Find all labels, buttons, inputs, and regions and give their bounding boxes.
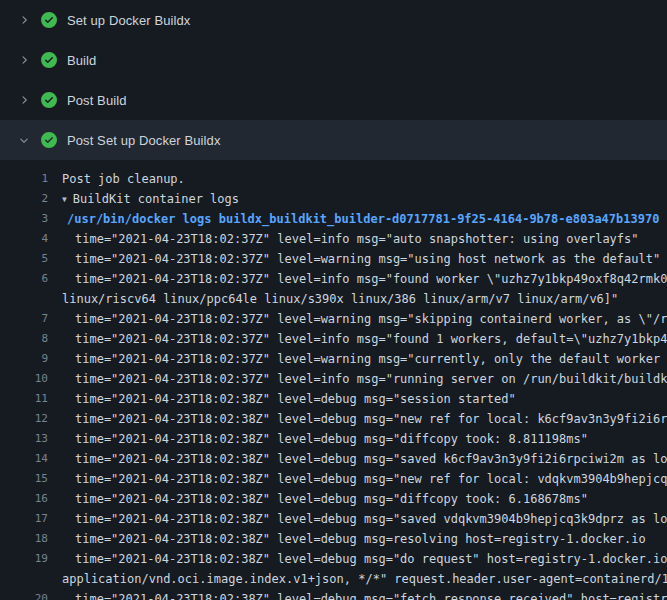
log-line: 16time="2021-04-23T18:02:38Z" level=debu… <box>0 489 667 509</box>
line-number[interactable]: 20 <box>0 589 48 600</box>
log-line: 6time="2021-04-23T18:02:37Z" level=info … <box>0 269 667 289</box>
check-circle-icon <box>41 52 57 68</box>
chevron-down-icon <box>16 132 32 148</box>
log-line: linux/riscv64 linux/ppc64le linux/s390x … <box>0 289 667 309</box>
log-line: 12time="2021-04-23T18:02:38Z" level=debu… <box>0 409 667 429</box>
log-line: 15time="2021-04-23T18:02:38Z" level=debu… <box>0 469 667 489</box>
log-line: 3/usr/bin/docker logs buildx_buildkit_bu… <box>0 209 667 229</box>
step-list: Set up Docker BuildxBuildPost BuildPost … <box>0 0 667 160</box>
triangle-down-icon[interactable]: ▼ <box>62 190 67 209</box>
log-text: application/vnd.oci.image.index.v1+json,… <box>62 569 667 589</box>
step-label: Build <box>67 53 96 68</box>
line-number[interactable]: 6 <box>0 269 48 289</box>
log-text: time="2021-04-23T18:02:38Z" level=debug … <box>75 449 667 469</box>
line-number[interactable]: 11 <box>0 389 48 409</box>
line-number[interactable]: 18 <box>0 529 48 549</box>
log-line: 10time="2021-04-23T18:02:37Z" level=info… <box>0 369 667 389</box>
log-text: Post job cleanup. <box>62 169 667 189</box>
log-text: time="2021-04-23T18:02:38Z" level=debug … <box>75 469 667 489</box>
log-command-text: /usr/bin/docker logs buildx_buildkit_bui… <box>67 209 667 229</box>
step-label: Set up Docker Buildx <box>67 13 190 28</box>
log-line: 20time="2021-04-23T18:02:38Z" level=debu… <box>0 589 667 600</box>
log-line: 4time="2021-04-23T18:02:37Z" level=info … <box>0 229 667 249</box>
chevron-right-icon <box>16 52 32 68</box>
step-header-build[interactable]: Build <box>0 40 667 80</box>
log-text: time="2021-04-23T18:02:37Z" level=warnin… <box>75 309 667 329</box>
step-header-setup-docker-buildx[interactable]: Set up Docker Buildx <box>0 0 667 40</box>
line-number[interactable]: 13 <box>0 429 48 449</box>
log-line: 18time="2021-04-23T18:02:38Z" level=debu… <box>0 529 667 549</box>
log-line: 11time="2021-04-23T18:02:38Z" level=debu… <box>0 389 667 409</box>
log-text: time="2021-04-23T18:02:38Z" level=debug … <box>75 489 667 509</box>
log-text: time="2021-04-23T18:02:37Z" level=info m… <box>75 229 667 249</box>
log-text: linux/riscv64 linux/ppc64le linux/s390x … <box>62 289 667 309</box>
log-line: 13time="2021-04-23T18:02:38Z" level=debu… <box>0 429 667 449</box>
check-circle-icon <box>41 132 57 148</box>
line-number <box>0 289 48 309</box>
log-text: time="2021-04-23T18:02:38Z" level=debug … <box>75 429 667 449</box>
line-number[interactable]: 12 <box>0 409 48 429</box>
log-text: ▼BuildKit container logs <box>62 189 667 209</box>
log-text: time="2021-04-23T18:02:38Z" level=debug … <box>75 389 667 409</box>
log-line: 17time="2021-04-23T18:02:38Z" level=debu… <box>0 509 667 529</box>
line-number[interactable]: 2 <box>0 189 48 209</box>
line-number[interactable]: 4 <box>0 229 48 249</box>
line-number[interactable]: 14 <box>0 449 48 469</box>
log-line: 7time="2021-04-23T18:02:37Z" level=warni… <box>0 309 667 329</box>
log-line: application/vnd.oci.image.index.v1+json,… <box>0 569 667 589</box>
log-text: time="2021-04-23T18:02:38Z" level=debug … <box>75 509 667 529</box>
log-text: time="2021-04-23T18:02:37Z" level=warnin… <box>75 249 667 269</box>
line-number[interactable]: 3 <box>0 209 48 229</box>
line-number[interactable]: 1 <box>0 169 48 189</box>
log-text: time="2021-04-23T18:02:38Z" level=debug … <box>75 409 667 429</box>
check-circle-icon <box>41 92 57 108</box>
line-number[interactable]: 5 <box>0 249 48 269</box>
log-container: 1Post job cleanup.2▼BuildKit container l… <box>0 160 667 600</box>
line-number[interactable]: 19 <box>0 549 48 569</box>
log-line: 19time="2021-04-23T18:02:38Z" level=debu… <box>0 549 667 569</box>
chevron-right-icon <box>16 12 32 28</box>
log-line: 2▼BuildKit container logs <box>0 189 667 209</box>
chevron-right-icon <box>16 92 32 108</box>
log-line: 5time="2021-04-23T18:02:37Z" level=warni… <box>0 249 667 269</box>
log-line: 9time="2021-04-23T18:02:37Z" level=warni… <box>0 349 667 369</box>
log-text: time="2021-04-23T18:02:38Z" level=debug … <box>75 549 667 569</box>
step-header-post-build[interactable]: Post Build <box>0 80 667 120</box>
step-header-post-setup-docker-buildx[interactable]: Post Set up Docker Buildx <box>0 120 667 160</box>
line-number <box>0 569 48 589</box>
line-number[interactable]: 15 <box>0 469 48 489</box>
line-number[interactable]: 7 <box>0 309 48 329</box>
check-circle-icon <box>41 12 57 28</box>
log-text: time="2021-04-23T18:02:37Z" level=info m… <box>75 329 667 349</box>
log-text: time="2021-04-23T18:02:37Z" level=info m… <box>75 369 667 389</box>
line-number[interactable]: 9 <box>0 349 48 369</box>
log-text: time="2021-04-23T18:02:37Z" level=info m… <box>75 269 667 289</box>
log-text: time="2021-04-23T18:02:38Z" level=debug … <box>75 529 667 549</box>
log-line: 14time="2021-04-23T18:02:38Z" level=debu… <box>0 449 667 469</box>
step-label: Post Build <box>67 93 127 108</box>
log-text: time="2021-04-23T18:02:38Z" level=debug … <box>75 589 667 600</box>
line-number[interactable]: 8 <box>0 329 48 349</box>
line-number[interactable]: 10 <box>0 369 48 389</box>
log-text: time="2021-04-23T18:02:37Z" level=warnin… <box>75 349 667 369</box>
log-line: 8time="2021-04-23T18:02:37Z" level=info … <box>0 329 667 349</box>
log-line: 1Post job cleanup. <box>0 169 667 189</box>
line-number[interactable]: 16 <box>0 489 48 509</box>
step-label: Post Set up Docker Buildx <box>67 133 221 148</box>
line-number[interactable]: 17 <box>0 509 48 529</box>
